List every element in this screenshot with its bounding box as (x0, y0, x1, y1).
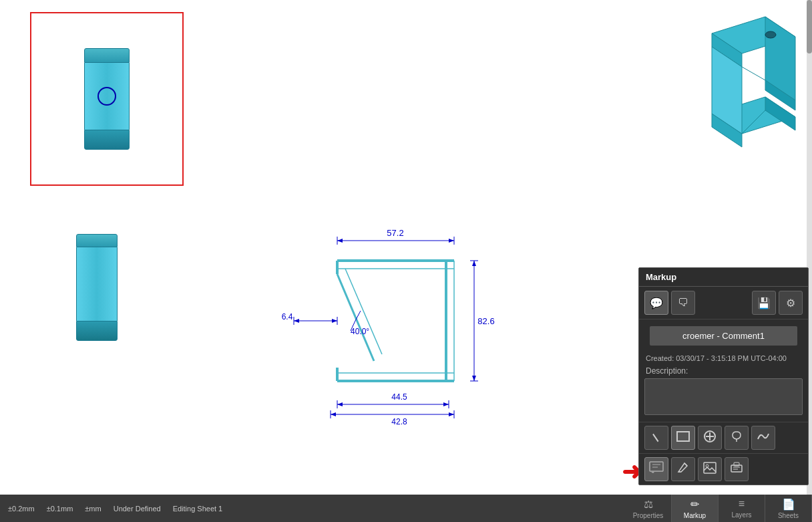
bottom-tab-group: ⚖ Properties ✏ Markup ≡ Layers 📄 Sheets (625, 495, 812, 522)
status-sheet: Editing Sheet 1 (173, 505, 223, 513)
technical-drawing-svg: 57.2 82.6 6.4 40.0° (234, 180, 534, 428)
status-items: ±0.2mm ±0.1mm ±mm Under Defined Editing … (0, 495, 625, 522)
status-tolerance2: ±0.1mm (47, 505, 73, 513)
rect-tool-icon (676, 431, 690, 444)
svg-marker-42 (449, 412, 454, 416)
part-body (84, 63, 130, 130)
markup-panel-header: Markup (639, 268, 808, 287)
bottom-tabs-bar: ±0.2mm ±0.1mm ±mm Under Defined Editing … (0, 495, 812, 522)
lasso-tool-icon (730, 430, 743, 446)
stamp-tool-btn[interactable] (725, 457, 749, 481)
curve-tool-btn[interactable] (751, 426, 775, 450)
image-tool-icon (703, 462, 717, 477)
comment-filled-btn[interactable]: 💬 (644, 291, 668, 315)
svg-line-52 (742, 67, 765, 80)
markup-tools-row2 (639, 453, 808, 485)
svg-rect-59 (650, 462, 663, 471)
part-top-cap-2 (76, 234, 118, 247)
part-hole (97, 87, 116, 106)
svg-marker-21 (472, 376, 476, 381)
sheets-tab-label: Sheets (778, 512, 799, 519)
tab-properties[interactable]: ⚖ Properties (625, 495, 672, 522)
part-view-selected[interactable] (30, 12, 184, 186)
svg-marker-15 (449, 239, 454, 243)
svg-text:40.0°: 40.0° (351, 327, 369, 336)
status-tolerance3: ±mm (85, 505, 101, 513)
circle-tool-icon (703, 430, 717, 446)
layers-tab-icon: ≡ (739, 498, 745, 510)
svg-marker-14 (337, 239, 343, 243)
svg-text:82.6: 82.6 (477, 316, 494, 326)
part-cylinder-top (84, 48, 130, 150)
drawing-area: 57.2 82.6 6.4 40.0° (234, 180, 534, 428)
callout-tool-icon (649, 461, 664, 477)
panel-content: 💬 🗨 💾 ⚙ Created: 03/30/17 - 3:15:18 PM U… (639, 287, 808, 485)
svg-text:42.8: 42.8 (391, 417, 407, 426)
comment-filled-icon: 💬 (650, 297, 663, 309)
svg-marker-36 (443, 402, 449, 406)
svg-rect-54 (677, 432, 689, 441)
part-cylinder-bottom (76, 234, 118, 341)
part-view-plain (43, 214, 150, 361)
svg-line-9 (345, 269, 382, 354)
svg-text:57.2: 57.2 (387, 228, 403, 238)
svg-point-51 (765, 31, 776, 38)
svg-marker-41 (331, 412, 336, 416)
sheets-tab-icon: 📄 (782, 498, 795, 511)
layers-tab-label: Layers (731, 511, 751, 519)
svg-marker-20 (472, 261, 476, 266)
tab-markup[interactable]: ✏ Markup (672, 495, 719, 522)
pen-tool-icon (676, 461, 690, 477)
part-body-2 (76, 247, 118, 321)
settings-icon: ⚙ (786, 297, 795, 309)
svg-marker-26 (332, 319, 337, 323)
settings-btn[interactable]: ⚙ (779, 291, 803, 315)
markup-panel-title: Markup (646, 272, 676, 282)
properties-tab-label: Properties (633, 512, 664, 519)
callout-tool-btn[interactable] (644, 457, 668, 481)
markup-tab-icon: ✏ (690, 498, 699, 511)
description-textarea[interactable] (644, 378, 803, 415)
status-defined: Under Defined (114, 505, 161, 513)
stamp-tool-icon (730, 461, 743, 477)
save-btn[interactable]: 💾 (752, 291, 776, 315)
image-tool-btn[interactable] (698, 457, 722, 481)
part-bottom-cap-2 (76, 321, 118, 341)
curve-tool-icon (757, 430, 770, 446)
comment-name-container (639, 319, 808, 352)
pen-tool-btn[interactable] (671, 457, 695, 481)
svg-marker-35 (337, 402, 343, 406)
line-tool-icon: / (650, 432, 662, 444)
circle-tool-btn[interactable] (698, 426, 722, 450)
svg-text:6.4: 6.4 (282, 312, 293, 321)
svg-line-8 (337, 274, 374, 361)
markup-tools-row1: / (639, 422, 808, 453)
svg-marker-62 (651, 472, 654, 473)
status-tolerance1: ±0.2mm (8, 505, 35, 513)
line-tool-btn[interactable]: / (644, 426, 668, 450)
iso-svg (672, 7, 805, 187)
svg-rect-66 (704, 463, 716, 473)
iso-view (672, 7, 805, 187)
markup-tab-label: Markup (684, 512, 706, 519)
svg-line-64 (684, 463, 687, 466)
lasso-tool-btn[interactable] (725, 426, 749, 450)
tab-layers[interactable]: ≡ Layers (719, 495, 765, 522)
part-top-cap (84, 48, 130, 63)
properties-tab-icon: ⚖ (644, 498, 653, 511)
svg-line-30 (355, 311, 361, 321)
comment-outline-btn[interactable]: 🗨 (671, 291, 695, 315)
created-meta: Created: 03/30/17 - 3:15:18 PM UTC-04:00 (639, 352, 808, 364)
scrollbar-thumb[interactable] (807, 0, 812, 53)
svg-marker-27 (294, 319, 299, 323)
part-bottom-cap (84, 130, 130, 150)
save-icon: 💾 (757, 297, 771, 309)
svg-text:44.5: 44.5 (391, 392, 407, 402)
tab-sheets[interactable]: 📄 Sheets (765, 495, 812, 522)
rect-tool-btn[interactable] (671, 426, 695, 450)
canvas-area: 57.2 82.6 6.4 40.0° (0, 0, 812, 495)
markup-panel: Markup 💬 🗨 💾 ⚙ (638, 267, 809, 485)
comment-outline-icon: 🗨 (678, 297, 688, 309)
markup-toolbar-top-row: 💬 🗨 💾 ⚙ (639, 287, 808, 319)
comment-name-input[interactable] (650, 326, 797, 346)
